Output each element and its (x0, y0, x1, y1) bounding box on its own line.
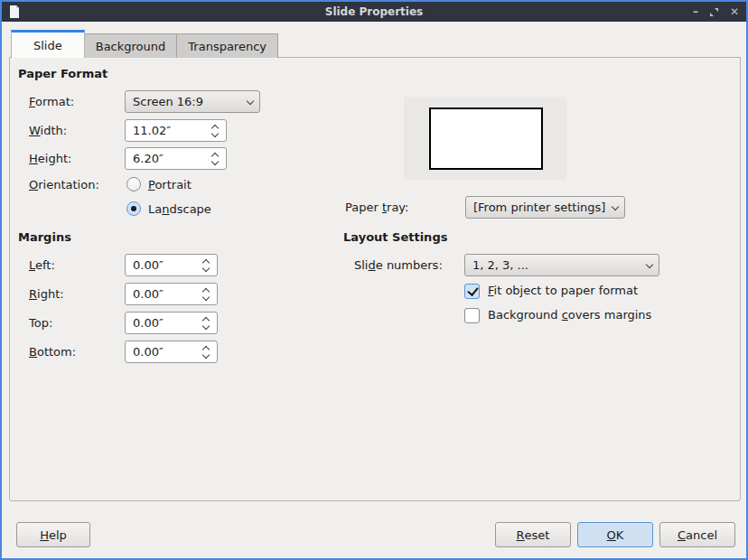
spin-down-icon[interactable] (202, 322, 210, 329)
slide-numbers-dropdown[interactable]: 1, 2, 3, ... (464, 254, 659, 276)
tab-transparency[interactable]: Transparency (176, 33, 278, 58)
height-stepper[interactable]: 6.20″ (125, 147, 227, 170)
height-value: 6.20″ (133, 152, 204, 165)
margins-heading: Margins (18, 229, 71, 246)
reset-button[interactable]: Reset (495, 522, 571, 547)
width-label: Width: (29, 119, 67, 142)
maximize-button[interactable] (709, 7, 719, 17)
window-title: Slide Properties (2, 2, 746, 22)
portrait-radio[interactable] (126, 177, 141, 191)
ok-button[interactable]: OK (577, 522, 653, 547)
margin-top-label: Top: (29, 312, 52, 334)
paper-tray-value: [From printer settings] (473, 201, 612, 214)
minimize-button[interactable]: – (693, 2, 698, 22)
spin-buttons (195, 341, 217, 362)
paper-format-heading: Paper Format (18, 66, 108, 82)
background-covers-checkbox[interactable] (464, 308, 480, 323)
paper-preview (429, 107, 543, 170)
margin-left-stepper[interactable]: 0.00″ (125, 254, 218, 276)
portrait-label[interactable]: Portrait (148, 173, 192, 196)
margin-top-stepper[interactable]: 0.00″ (125, 312, 218, 334)
width-spin-buttons (204, 120, 226, 141)
fit-object-checkbox[interactable] (464, 284, 480, 299)
tab-panel (9, 57, 741, 501)
spin-buttons (195, 313, 217, 333)
tab-background[interactable]: Background (84, 33, 178, 58)
spin-down-icon[interactable] (202, 350, 210, 358)
spin-down-icon[interactable] (202, 293, 210, 300)
landscape-label[interactable]: Landscape (148, 198, 211, 220)
paper-tray-label: Paper tray: (345, 196, 409, 219)
help-button[interactable]: Help (16, 522, 90, 547)
format-dropdown[interactable]: Screen 16:9 (125, 90, 260, 113)
landscape-radio[interactable] (126, 201, 141, 216)
height-spin-buttons (204, 148, 226, 169)
chevron-down-icon (247, 97, 254, 104)
maximize-icon (709, 7, 719, 17)
margin-top-value: 0.00″ (133, 316, 195, 330)
spin-buttons (195, 284, 217, 304)
tab-bar: Slide Background Transparency (11, 30, 278, 58)
orientation-label: Orientation: (29, 173, 99, 196)
slide-numbers-value: 1, 2, 3, ... (472, 258, 647, 272)
spin-buttons (195, 255, 217, 275)
fit-object-label[interactable]: Fit object to paper format (488, 282, 638, 300)
margin-bottom-stepper[interactable]: 0.00″ (125, 341, 218, 363)
margin-bottom-label: Bottom: (29, 341, 76, 363)
margin-left-value: 0.00″ (133, 258, 195, 272)
background-covers-label[interactable]: Background covers margins (488, 306, 651, 324)
spin-down-icon[interactable] (211, 129, 219, 136)
margin-bottom-value: 0.00″ (133, 345, 195, 359)
margin-right-stepper[interactable]: 0.00″ (125, 283, 218, 305)
paper-tray-dropdown[interactable]: [From printer settings] (465, 196, 625, 219)
spin-down-icon[interactable] (202, 264, 210, 271)
margin-left-label: Left: (29, 254, 55, 276)
margin-right-value: 0.00″ (133, 287, 195, 301)
height-label: Height: (29, 147, 71, 170)
layout-settings-heading: Layout Settings (343, 229, 447, 246)
format-label: Format: (29, 90, 74, 113)
chevron-down-icon (646, 260, 653, 267)
slide-properties-dialog: Slide Properties – ✕ Slide Background Tr… (0, 0, 748, 560)
window-controls: – ✕ (693, 2, 739, 22)
margin-right-label: Right: (29, 283, 64, 305)
format-value: Screen 16:9 (133, 95, 248, 108)
cancel-button[interactable]: Cancel (659, 522, 735, 547)
spin-down-icon[interactable] (211, 157, 219, 164)
titlebar: Slide Properties – ✕ (2, 2, 746, 22)
tab-slide[interactable]: Slide (11, 30, 85, 58)
width-stepper[interactable]: 11.02″ (125, 119, 227, 142)
chevron-down-icon (612, 202, 619, 210)
slide-numbers-label: Slide numbers: (354, 254, 443, 276)
width-value: 11.02″ (133, 124, 204, 137)
close-button[interactable]: ✕ (730, 2, 739, 22)
